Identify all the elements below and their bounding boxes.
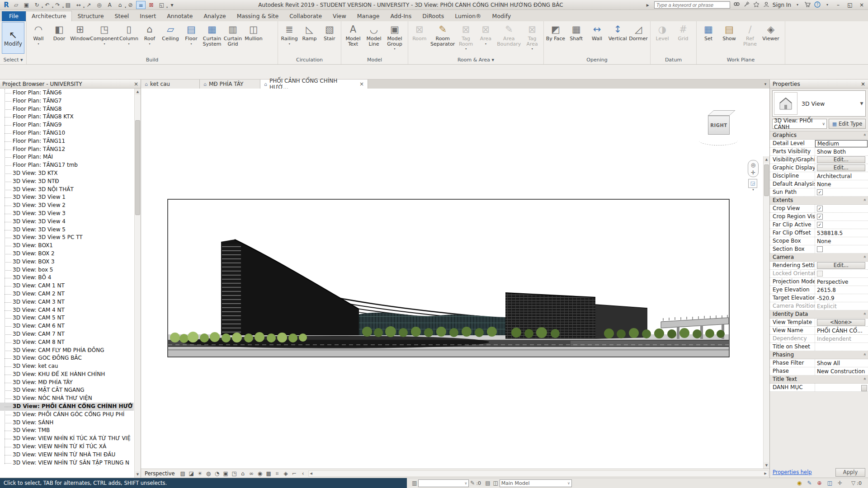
property-value[interactable] — [819, 131, 868, 139]
active-design-option-combo[interactable]: Main Model ∨ — [500, 479, 572, 487]
property-checkbox[interactable] — [817, 246, 823, 252]
analytical-model-icon[interactable]: ⌗ — [273, 470, 282, 477]
property-row[interactable]: Discipline Architectural — [770, 172, 868, 180]
tree-item[interactable]: 3D View: CAM 2 NT — [0, 290, 134, 298]
edit-type-button[interactable]: ▦ Edit Type — [829, 119, 866, 129]
stair-button[interactable]: ▧ Stair — [320, 23, 340, 55]
window-button[interactable]: ⊞ Window — [70, 23, 90, 55]
displacement-sets-icon[interactable]: ◈ — [282, 470, 290, 477]
print-icon[interactable]: ▤ — [63, 1, 73, 9]
property-value[interactable]: Independent — [815, 335, 868, 343]
tree-item[interactable]: 3D View: BOX 2 — [0, 250, 134, 258]
view-tab-close-icon[interactable]: × — [359, 81, 364, 87]
property-value[interactable]: Medium — [815, 140, 868, 147]
property-row[interactable]: Locked Orientat... — [770, 270, 868, 278]
tree-item[interactable]: Floor Plan: TẦNG9 — [0, 121, 134, 129]
scale-button[interactable]: Perspective — [141, 470, 179, 477]
dormer-opening-button[interactable]: ◿ Dormer — [628, 23, 649, 55]
property-row[interactable]: Identity Data — [770, 310, 868, 319]
switch-windows-icon[interactable]: ◱ — [157, 1, 166, 9]
select-pinned-icon[interactable]: ⊕ — [816, 480, 823, 486]
app-store-cart-icon[interactable] — [804, 1, 811, 9]
viewcube[interactable]: RIGHT — [699, 110, 740, 145]
property-row[interactable]: Dependency Independent — [770, 335, 868, 343]
door-button[interactable]: ◧ Door — [49, 23, 70, 55]
search-arrow-icon[interactable]: ▸ — [644, 1, 651, 9]
canvas-vertical-scrollbar[interactable]: ▲ ▼ — [763, 156, 769, 469]
select-panel-label[interactable]: Select ▾ — [0, 56, 26, 64]
pan-icon[interactable]: ✛ — [751, 169, 755, 176]
tree-item[interactable]: Floor Plan: TẦNG10 — [0, 129, 134, 137]
project-browser-header[interactable]: Project Browser - UNIVERSITY × — [0, 80, 141, 89]
tree-item[interactable]: Floor Plan: TẦNG17 tmb — [0, 161, 134, 169]
property-row[interactable]: Title Text — [770, 375, 868, 384]
property-value[interactable] — [819, 375, 868, 383]
help-caret-icon[interactable]: ▾ — [824, 1, 831, 9]
property-value[interactable] — [815, 213, 868, 221]
type-selector-caret-icon[interactable]: ▼ — [858, 101, 865, 106]
tree-item[interactable]: 3D View: CAM 5 NT — [0, 314, 134, 322]
tree-item[interactable]: 3D View: MẶT CẮT NGANG — [0, 386, 134, 394]
ceiling-button[interactable]: ▱ Ceiling — [160, 23, 181, 55]
property-value[interactable]: New Construction — [815, 367, 868, 375]
tree-item[interactable]: 3D View: GOC ĐÔNG BẮC — [0, 354, 134, 362]
property-value[interactable] — [819, 310, 868, 318]
property-value[interactable] — [819, 253, 868, 261]
property-value[interactable]: None — [815, 180, 868, 188]
ribbon-tab[interactable]: DiRoots — [417, 11, 449, 21]
select-by-face-icon[interactable]: ◫ — [826, 480, 834, 486]
apply-button[interactable]: Apply — [835, 468, 865, 477]
modify-button[interactable]: ↖ Modify — [2, 22, 24, 54]
thin-lines-icon[interactable]: ≡ — [136, 1, 146, 9]
tree-item[interactable]: 3D View: VIEW NHÌN KÍ TÚC XÁ TỪ THƯ VIỆ — [0, 435, 134, 443]
floor-button[interactable]: ▤ Floor — [181, 23, 202, 55]
property-row[interactable]: View Template <None> — [770, 319, 868, 327]
opening-by-face-button[interactable]: ◩ By Face — [545, 23, 566, 55]
area-button[interactable]: ⊠ Area — [476, 23, 496, 55]
canvas-horizontal-scrollbar[interactable]: ◀ ▶ — [308, 470, 769, 477]
show-work-plane-button[interactable]: ▤ Show — [719, 23, 740, 55]
viewer-button[interactable]: ◈ Viewer — [760, 23, 781, 55]
section-icon[interactable]: ⊘ — [126, 1, 135, 9]
temporary-hide-isolate-icon[interactable]: ∞ — [247, 470, 256, 477]
tree-item[interactable]: 3D View: 3D View 5 — [0, 226, 134, 234]
tree-item[interactable]: 3D View: CAM 7 NT — [0, 330, 134, 338]
property-value[interactable] — [815, 343, 868, 351]
sign-in-button[interactable]: Sign In — [773, 2, 791, 8]
room-button[interactable]: ⊠ Room — [410, 23, 429, 55]
tree-item[interactable]: 3D View: PHỐI CẢNH CỔNG CHÍNH HƯỚ — [0, 403, 134, 411]
browser-scrollbar[interactable]: ▲ ▼ — [134, 89, 141, 478]
property-row[interactable]: Title on Sheet — [770, 343, 868, 351]
property-value[interactable]: <None> — [815, 319, 868, 326]
scroll-down-icon[interactable]: ▼ — [135, 471, 141, 478]
tree-item[interactable]: 3D View: CAM 4 NT — [0, 306, 134, 314]
ribbon-tab[interactable]: Steel — [109, 11, 135, 21]
model-line-button[interactable]: ◡ Model Line — [363, 23, 384, 55]
property-value[interactable]: Edit... — [815, 156, 868, 164]
property-checkbox[interactable] — [817, 214, 823, 220]
tree-item[interactable]: 3D View: CAM 1 NT — [0, 282, 134, 290]
property-value[interactable]: Explicit — [815, 302, 868, 310]
ribbon-tab[interactable]: Manage — [352, 11, 385, 21]
filter-icon[interactable]: ▽ — [850, 480, 857, 486]
property-row[interactable]: Extents — [770, 197, 868, 205]
property-row[interactable]: Sun Path — [770, 188, 868, 197]
property-checkbox[interactable] — [817, 222, 823, 228]
tree-item[interactable]: 3D View: NÓC NHÀ THƯ VIỆN — [0, 394, 134, 403]
property-row[interactable]: Projection Mode Perspective — [770, 278, 868, 286]
property-value[interactable]: Edit... — [815, 262, 868, 269]
tree-item[interactable]: 3D View: VIEW NHÌN TỪ NHÀ THI ĐẤU — [0, 451, 134, 459]
render-region-icon[interactable]: ▨ — [179, 470, 187, 477]
model-canvas[interactable]: RIGHT ◎ ✛ ◲ ▾ ▲ ▼ — [141, 89, 769, 469]
tree-item[interactable]: 3D View: CAM 3 NT — [0, 298, 134, 306]
search-icon[interactable] — [733, 1, 740, 9]
room-separator-button[interactable]: ✎ Room Separator — [429, 23, 456, 55]
property-row[interactable]: Graphic Display... Edit... — [770, 164, 868, 172]
measure-icon[interactable]: ↔ — [74, 1, 83, 9]
navigation-wheel-group[interactable]: ◎ ✛ — [748, 160, 759, 177]
scroll-left-icon[interactable]: ◀ — [309, 472, 314, 475]
communication-center-icon[interactable] — [743, 1, 750, 9]
property-row[interactable]: DANH MỤC — [770, 384, 868, 392]
drag-on-selection-icon[interactable]: ✛ — [836, 480, 844, 486]
property-value[interactable] — [815, 221, 868, 229]
